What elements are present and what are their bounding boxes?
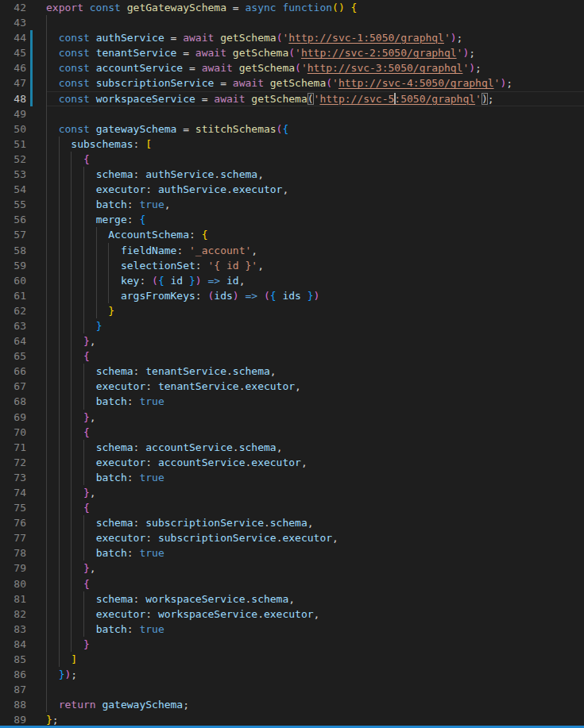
indent-guide — [59, 607, 60, 622]
indent-guide — [46, 682, 47, 697]
code-line[interactable]: 48 const workspaceService = await getSch… — [0, 91, 584, 106]
url-link-text[interactable]: http://svc-4:5050/graphql — [338, 77, 494, 89]
code-line[interactable]: 43 — [0, 15, 584, 30]
code-line[interactable]: 67 executor: tenantService.executor, — [0, 379, 584, 394]
indent-guide — [59, 379, 60, 394]
code-token: subschemas — [71, 138, 133, 150]
code-line[interactable]: 84 } — [0, 637, 584, 652]
code-line[interactable]: 42export const getGatewaySchema = async … — [0, 0, 584, 15]
code-line[interactable]: 45 const tenantService = await getSchema… — [0, 45, 584, 60]
indent-guide — [59, 273, 60, 288]
indent-guide — [46, 273, 47, 288]
code-token: : — [145, 456, 158, 468]
code-token: => — [208, 275, 221, 287]
code-line[interactable]: 64 }, — [0, 333, 584, 349]
code-line-content: executor: tenantService.executor, — [46, 379, 584, 394]
indent-guide — [46, 349, 47, 364]
code-line[interactable]: 75 { — [0, 500, 584, 515]
url-link-text[interactable]: http://svc-5 — [319, 93, 394, 105]
code-token — [164, 275, 171, 287]
code-line[interactable]: 86 }); — [0, 667, 584, 682]
code-token — [83, 2, 90, 13]
code-token: true — [139, 623, 164, 635]
code-line[interactable]: 79 }, — [0, 560, 584, 576]
code-line[interactable]: 46 const accountService = await getSchem… — [0, 60, 584, 75]
code-token: key — [121, 275, 139, 287]
code-line[interactable]: 50 const gatewaySchema = stitchSchemas({ — [0, 121, 584, 137]
code-line[interactable]: 49 — [0, 106, 584, 121]
code-token: ) — [314, 290, 320, 302]
code-line[interactable]: 51 subschemas: [ — [0, 137, 584, 152]
code-line-content: }, — [46, 410, 584, 425]
code-line[interactable]: 76 schema: subscriptionService.schema, — [0, 515, 584, 530]
code-token: subscriptionService — [158, 532, 277, 544]
code-line[interactable]: 83 batch: true — [0, 622, 584, 637]
code-line[interactable]: 88 return gatewaySchema; — [0, 697, 584, 712]
code-line[interactable]: 53 schema: authService.schema, — [0, 167, 584, 182]
code-line[interactable]: 56 merge: { — [0, 212, 584, 227]
code-line[interactable]: 63 } — [0, 318, 584, 333]
code-line[interactable]: 60 key: ({ id }) => id, — [0, 273, 584, 288]
indent-guide — [46, 637, 47, 652]
code-token: getGatewaySchema — [127, 2, 226, 13]
code-token: : — [133, 138, 146, 150]
code-line[interactable]: 61 argsFromKeys: (ids) => ({ ids }) — [0, 288, 584, 303]
code-line[interactable]: 74 }, — [0, 485, 584, 500]
code-line[interactable]: 55 batch: true, — [0, 197, 584, 212]
code-line[interactable]: 82 executor: workspaceService.executor, — [0, 607, 584, 622]
line-number: 51 — [0, 137, 46, 152]
code-line-content: const subscriptionService = await getSch… — [46, 75, 584, 91]
code-line[interactable]: 81 schema: workspaceService.schema, — [0, 591, 584, 607]
code-line[interactable]: 44 const authService = await getSchema('… — [0, 30, 584, 45]
code-line[interactable]: 62 } — [0, 303, 584, 318]
code-token — [257, 290, 264, 302]
code-line[interactable]: 72 executor: accountService.executor, — [0, 455, 584, 470]
code-line[interactable]: 80 { — [0, 576, 584, 591]
indent-guide — [71, 364, 72, 379]
code-token: id — [171, 275, 184, 287]
code-token: } — [108, 305, 114, 317]
code-line-content: const gatewaySchema = stitchSchemas({ — [46, 121, 584, 137]
code-line[interactable]: 59 selectionSet: '{ id }', — [0, 258, 584, 273]
code-token: ' — [444, 32, 451, 44]
url-link-text[interactable]: http://svc-3:5050/graphql — [307, 62, 463, 74]
code-line[interactable]: 47 const subscriptionService = await get… — [0, 75, 584, 91]
code-token — [46, 562, 83, 574]
line-number: 59 — [0, 258, 46, 273]
code-line[interactable]: 78 batch: true — [0, 545, 584, 560]
code-line[interactable]: 54 executor: authService.executor, — [0, 182, 584, 197]
code-line[interactable]: 87 — [0, 682, 584, 697]
code-line[interactable]: 69 }, — [0, 410, 584, 425]
code-line[interactable]: 73 batch: true — [0, 470, 584, 485]
indent-guide — [59, 515, 60, 530]
code-line-content: return gatewaySchema; — [46, 697, 584, 712]
code-token: { — [83, 502, 90, 514]
code-token: schema — [96, 168, 133, 180]
code-token — [46, 668, 59, 680]
url-link-text[interactable]: http://svc-1:5050/graphql — [288, 32, 444, 44]
code-token: : — [133, 365, 146, 377]
code-line[interactable]: 66 schema: tenantService.schema, — [0, 364, 584, 379]
code-line[interactable]: 70 { — [0, 425, 584, 440]
url-link-text[interactable]: :5050/graphql — [394, 93, 475, 105]
code-token: schema — [251, 593, 288, 605]
code-line[interactable]: 85 ] — [0, 652, 584, 667]
indent-guide — [59, 545, 60, 560]
code-line[interactable]: 68 batch: true — [0, 394, 584, 409]
code-line[interactable]: 58 fieldName: '_account', — [0, 243, 584, 258]
code-line[interactable]: 71 schema: accountService.schema, — [0, 440, 584, 455]
code-token: } — [83, 638, 90, 650]
code-editor[interactable]: 42export const getGatewaySchema = async … — [0, 0, 584, 728]
code-line[interactable]: 65 { — [0, 349, 584, 364]
code-token: await — [214, 93, 245, 105]
indent-guide — [46, 394, 47, 409]
code-token: executor — [264, 608, 314, 620]
code-token: : — [127, 547, 140, 559]
url-link-text[interactable]: http://svc-2:5050/graphql — [301, 47, 457, 59]
code-line[interactable]: 57 AccountSchema: { — [0, 227, 584, 242]
indent-guide — [59, 243, 60, 258]
code-line[interactable]: 52 { — [0, 152, 584, 167]
code-token: { — [351, 2, 358, 13]
code-line[interactable]: 77 executor: subscriptionService.executo… — [0, 530, 584, 545]
code-line-content: { — [46, 576, 584, 591]
